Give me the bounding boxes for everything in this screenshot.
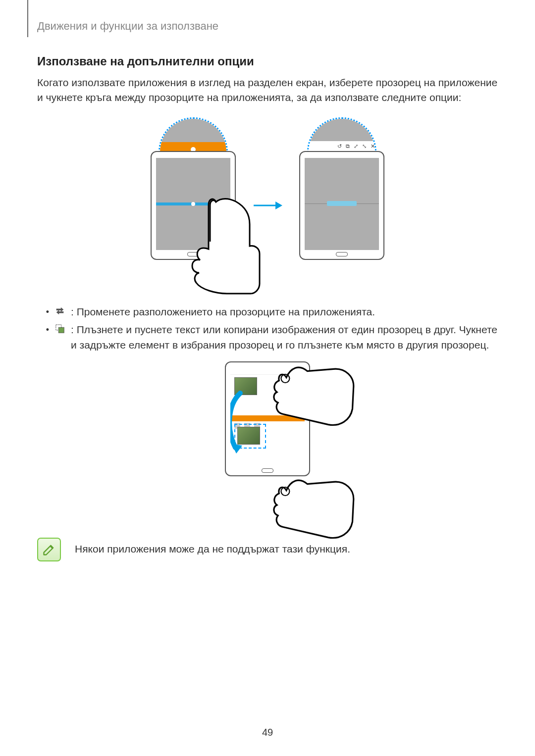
drag-mini-icon: ⧉: [346, 143, 350, 150]
close-mini-icon: ✕: [371, 143, 375, 150]
svg-marker-1: [275, 202, 282, 209]
options-list: • : Променете разположението на прозорци…: [37, 304, 498, 353]
swap-mini-icon: ↺: [337, 143, 342, 150]
bullet-dot: •: [37, 322, 49, 336]
bullet-dot: •: [37, 304, 49, 318]
tablet-before: [151, 151, 236, 260]
header-rule: [27, 0, 28, 37]
drag-drop-icon: [53, 322, 67, 334]
page-number: 49: [0, 727, 535, 738]
figure-drag-between-windows: [37, 361, 498, 520]
bullet-text-swap: : Променете разположението на прозорците…: [71, 304, 498, 319]
collapse-mini-icon: ⤡: [362, 143, 367, 150]
swap-windows-icon: [53, 304, 67, 316]
svg-rect-3: [58, 328, 64, 333]
bullet-text-drag: : Плъзнете и пуснете текст или копирани …: [71, 322, 498, 353]
intro-paragraph: Когато използвате приложения в изглед на…: [37, 75, 498, 105]
figure-split-screen-options: ↺ ⧉ ⤢ ⤡ ✕: [37, 121, 498, 290]
curved-arrow-icon: [230, 390, 248, 454]
manual-page: Движения и функции за използване Използв…: [0, 0, 535, 756]
running-header: Движения и функции за използване: [37, 20, 498, 33]
expand-mini-icon: ⤢: [354, 143, 358, 150]
section-title: Използване на допълнителни опции: [37, 54, 498, 68]
note-pencil-icon: [37, 538, 61, 561]
list-item: • : Плъзнете и пуснете текст или копиран…: [37, 322, 498, 353]
hand-pointing-icon: [181, 195, 261, 299]
list-item: • : Променете разположението на прозорци…: [37, 304, 498, 319]
note-block: Някои приложения може да не поддържат та…: [37, 538, 498, 561]
hand-bottom-icon: [270, 469, 355, 558]
hand-top-icon: [270, 356, 355, 446]
svg-marker-4: [231, 444, 242, 454]
tablet-after: ↺ ⧉ ⤢ ⤡ ✕: [299, 151, 384, 260]
